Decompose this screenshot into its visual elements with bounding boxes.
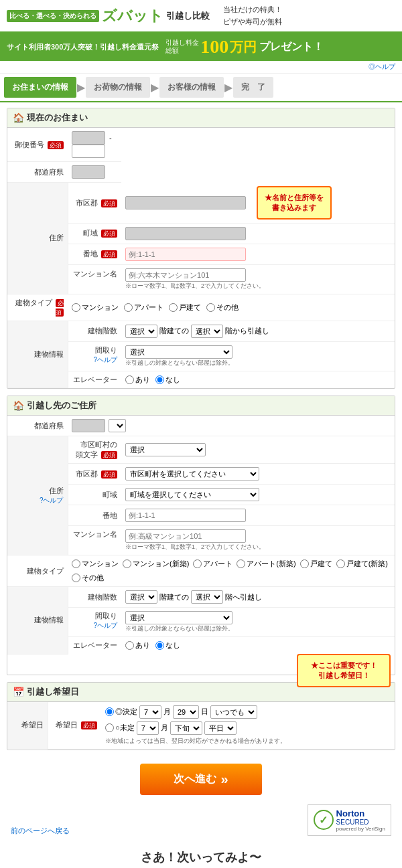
madori-help-link[interactable]: ?ヘルプ [93,356,117,363]
s2-elevator-label: エレベーター [68,637,121,655]
s2-madori-label: 間取り ?ヘルプ [68,608,121,637]
prefecture-input[interactable] [72,165,105,179]
s2-town-select[interactable]: 町域を選択してください [125,488,259,501]
postal-dash: - [109,134,112,142]
s2-prefecture-input[interactable] [72,419,105,432]
s2-floor-label: 建物階数 [68,587,121,608]
section1-icon: 🏠 [13,112,24,123]
town-input[interactable] [125,227,246,240]
steps-bar: お住まいの情報 ▶ お荷物の情報 ▶ お客様の情報 ▶ 完 了 [0,74,402,102]
postal-input2[interactable] [72,145,105,158]
s2-btype-other[interactable]: その他 [72,573,104,583]
day2-select[interactable]: 下旬 [170,721,202,735]
next-button[interactable]: 次へ進む » [140,764,261,795]
s2-elevator-yes[interactable]: あり [125,640,150,650]
postal-input1[interactable] [72,131,105,145]
banchi-input[interactable] [125,248,246,261]
destination-address-section: 🏠 引越し先のご住所 都道府県 住所 ?ヘルプ 市区町村の 頭文字 [7,396,395,675]
floor-selects: 選択 階建ての 選択 階から引越し [125,325,391,338]
s2-floor-to-select[interactable]: 選択 [191,590,223,604]
postal-required: 必須 [48,141,64,149]
city-required: 必須 [101,199,117,207]
elevator-no[interactable]: なし [155,375,180,385]
banner-label: 引越し料金 総額 [165,39,199,55]
step-4[interactable]: 完 了 [233,77,273,98]
weekday-select[interactable]: 平日 [204,721,237,735]
s2-btype-kodate[interactable]: 戸建て [300,559,332,569]
norton-text: Norton [336,808,385,818]
banner-text: サイト利用者300万人突破！引越し料金還元祭 [7,42,159,52]
mansion-input[interactable] [125,268,246,282]
s2-mansion-note: ※ローマ数字1、Ⅱは数字1、2で入力してください。 [125,543,391,551]
floor-from-select[interactable]: 選択 [191,325,223,338]
s3-date-row1: ◎決定 7月 29日 いつでも [105,705,391,719]
s2-building-info-group: 建物情報 [7,587,68,655]
s2-btype-mansion[interactable]: マンション [72,559,119,569]
main-content: 🏠 現在のお住まい 郵便番号 必須 - 都道府県 [0,102,402,868]
address-help-link[interactable]: ?ヘルプ [40,497,64,504]
day-select[interactable]: 29 [173,705,199,719]
footer-cta-text: さあ！次いってみよ〜 [13,849,389,865]
section2-title: 🏠 引越し先のご住所 [7,396,395,416]
s2-banchi-input[interactable] [125,509,246,522]
help-link[interactable]: ◎ヘルプ [368,63,395,70]
s2-mansion-input[interactable] [125,529,246,543]
s2-elevator-no[interactable]: なし [155,640,180,650]
btype-apart[interactable]: アパート [124,302,163,313]
s2-madori-select[interactable]: 選択 [125,611,232,624]
mansion-label: マンション名 [68,264,121,294]
s2-building-type-radios: マンション マンション(新築) アパート アパート(新築) 戸建て 戸建て(新築… [72,559,391,583]
step-3[interactable]: お客様の情報 [159,77,224,98]
logo-sub: 引越し比較 [166,10,210,22]
town-required: 必須 [101,230,117,238]
s3-kibou2-label: 希望日 必須 [48,702,101,750]
s2-btype-apart-new[interactable]: アパート(新築) [237,559,295,569]
madori-note: ※引越しの対象とならない部屋は除外。 [125,359,391,367]
floor-total-select[interactable]: 選択 [125,325,157,338]
step-2[interactable]: お荷物の情報 [86,77,150,98]
elevator-yes[interactable]: あり [125,375,150,385]
building-info-group-label: 建物情報 [7,321,68,388]
mansion-note: ※ローマ数字1、Ⅱは数字1、2で入力してください。 [125,282,391,290]
madori-select[interactable]: 選択 [125,345,232,359]
campaign-banner: サイト利用者300万人突破！引越し料金還元祭 引越し料金 総額 100 万円 プ… [0,33,402,61]
section1-form: 郵便番号 必須 - 都道府県 住所 市区郡 [7,128,395,388]
s2-banchi-label: 番地 [68,505,121,526]
month-select[interactable]: 7 [139,705,161,719]
btype-kodate[interactable]: 戸建て [169,302,201,313]
footer-cta-area: さあ！次いってみよ〜 Copyright © 2010 WebCrew Inc.… [7,843,395,868]
back-link[interactable]: 前のページへ戻る [11,826,70,836]
time-select[interactable]: いつでも [210,705,257,719]
s2-prefecture-select[interactable] [109,419,126,432]
s2-citykana-select[interactable]: 選択 [125,443,206,456]
postal-label: 郵便番号 必須 [7,128,68,162]
s2-btype-mansion-new[interactable]: マンション(新築) [123,559,189,569]
next-button-area: 次へ進む » [7,757,395,802]
s2-btype-kodate-new[interactable]: 戸建て(新築) [336,559,388,569]
kakutei-label[interactable]: ◎決定 [105,707,137,717]
header: 比べる・選べる・決められる ズバット 引越し比較 当社だけの特典！ ピザや寿司が… [0,0,402,33]
btype-mansion[interactable]: マンション [72,302,119,313]
city-label: 市区郡 必須 [68,183,121,224]
section1-title: 🏠 現在のお住まい [7,108,395,128]
misei-label[interactable]: ○未定 [105,723,135,733]
step-arrow-3: ▶ [224,81,232,94]
banner-unit: 万円 [230,38,257,56]
elevator-radios: あり なし [125,375,391,385]
s2-city-select[interactable]: 市区町村を選択してください [125,467,259,481]
s2-mansion-label: マンション名 [68,526,121,555]
norton-secured: SECURED [336,818,385,826]
btype-other[interactable]: その他 [206,302,239,313]
s3-date-note: ※地域によっては当日、翌日の対応ができかねる場合があります。 [105,737,391,746]
prefecture-label: 都道府県 [7,162,68,183]
month2-select[interactable]: 7 [137,721,159,735]
s2-madori-help-link[interactable]: ?ヘルプ [93,622,117,629]
step-1[interactable]: お住まいの情報 [4,77,76,98]
moving-date-section: 📅 引越し希望日 希望日 希望日 必須 ◎決定 7月 29日 いつでも [7,682,395,750]
s2-floor-total-select[interactable]: 選択 [125,590,157,604]
header-promo: 当社だけの特典！ ピザや寿司が無料 [223,4,282,27]
city-input[interactable] [125,196,246,209]
s2-btype-apart[interactable]: アパート [193,559,232,569]
banner-right: 引越し料金 総額 100 万円 プレゼント！ [165,36,324,58]
s2-city-label: 市区郡 必須 [68,464,121,485]
